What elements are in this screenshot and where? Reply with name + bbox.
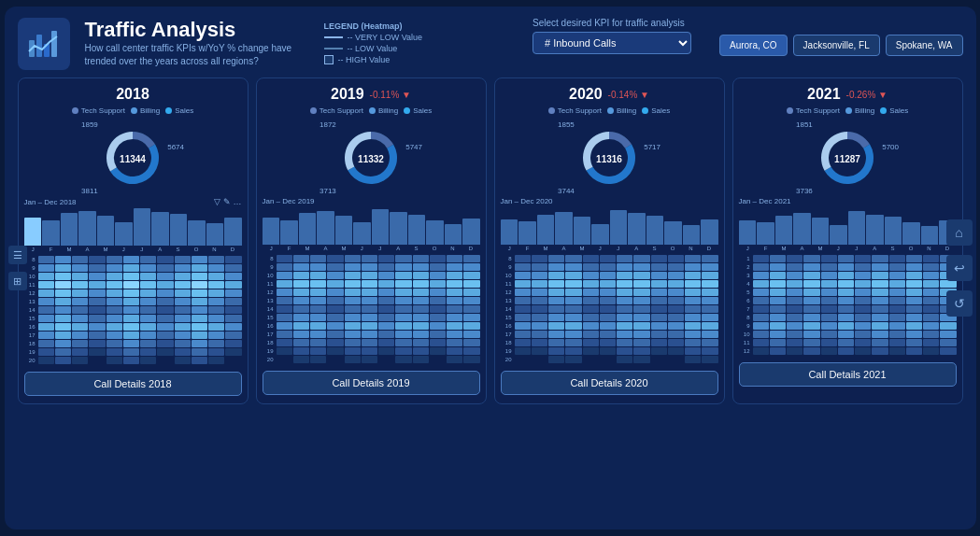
- heatmap-cell[interactable]: [293, 297, 309, 304]
- heatmap-cell[interactable]: [633, 272, 649, 279]
- bar-icon[interactable]: ✎: [223, 197, 231, 206]
- heatmap-cell[interactable]: [55, 289, 71, 297]
- heatmap-cell[interactable]: [123, 306, 139, 314]
- heatmap-cell[interactable]: [192, 331, 207, 339]
- heatmap-cell[interactable]: [327, 305, 343, 313]
- heatmap-cell[interactable]: [72, 331, 88, 339]
- heatmap-cell[interactable]: [668, 272, 684, 279]
- heatmap-cell[interactable]: [175, 357, 191, 364]
- heatmap-cell[interactable]: [107, 348, 122, 356]
- heatmap-cell[interactable]: [225, 315, 241, 322]
- heatmap-cell[interactable]: [821, 272, 837, 279]
- heatmap-cell[interactable]: [395, 339, 411, 346]
- heatmap-cell[interactable]: [753, 339, 769, 346]
- heatmap-cell[interactable]: [310, 255, 326, 262]
- heatmap-cell[interactable]: [362, 322, 377, 330]
- heatmap-cell[interactable]: [107, 273, 122, 280]
- heatmap-cell[interactable]: [157, 315, 173, 322]
- heatmap-cell[interactable]: [55, 348, 71, 356]
- heatmap-cell[interactable]: [225, 273, 241, 280]
- heatmap-cell[interactable]: [685, 339, 701, 346]
- heatmap-cell[interactable]: [668, 305, 684, 313]
- heatmap-cell[interactable]: [327, 322, 343, 330]
- heatmap-cell[interactable]: [107, 357, 122, 364]
- heatmap-cell[interactable]: [770, 305, 786, 313]
- heatmap-cell[interactable]: [447, 305, 462, 313]
- heatmap-cell[interactable]: [38, 357, 54, 364]
- heatmap-cell[interactable]: [157, 348, 173, 356]
- heatmap-cell[interactable]: [923, 314, 939, 321]
- heatmap-cell[interactable]: [430, 289, 446, 296]
- heatmap-cell[interactable]: [583, 331, 599, 338]
- heatmap-cell[interactable]: [327, 356, 343, 363]
- heatmap-cell[interactable]: [378, 255, 394, 262]
- heatmap-cell[interactable]: [906, 331, 922, 338]
- heatmap-cell[interactable]: [855, 280, 871, 288]
- heatmap-cell[interactable]: [293, 347, 309, 355]
- heatmap-cell[interactable]: [107, 306, 122, 314]
- heatmap-cell[interactable]: [310, 297, 326, 304]
- heatmap-cell[interactable]: [463, 289, 479, 296]
- heatmap-cell[interactable]: [55, 331, 71, 339]
- heatmap-cell[interactable]: [515, 331, 531, 338]
- heatmap-cell[interactable]: [447, 272, 462, 279]
- heatmap-cell[interactable]: [89, 315, 105, 322]
- heatmap-cell[interactable]: [310, 280, 326, 288]
- heatmap-cell[interactable]: [447, 314, 462, 321]
- heatmap-cell[interactable]: [889, 280, 905, 288]
- heatmap-cell[interactable]: [633, 289, 649, 296]
- heatmap-cell[interactable]: [617, 322, 632, 330]
- heatmap-cell[interactable]: [532, 255, 547, 262]
- heatmap-cell[interactable]: [140, 256, 156, 263]
- heatmap-cell[interactable]: [685, 297, 701, 304]
- heatmap-cell[interactable]: [378, 322, 394, 330]
- heatmap-cell[interactable]: [906, 347, 922, 355]
- heatmap-cell[interactable]: [821, 255, 837, 262]
- heatmap-cell[interactable]: [787, 280, 802, 288]
- heatmap-cell[interactable]: [430, 314, 446, 321]
- heatmap-cell[interactable]: [600, 305, 616, 313]
- heatmap-cell[interactable]: [515, 314, 531, 321]
- heatmap-cell[interactable]: [633, 255, 649, 262]
- heatmap-cell[interactable]: [395, 263, 411, 271]
- heatmap-cell[interactable]: [906, 255, 922, 262]
- heatmap-cell[interactable]: [430, 280, 446, 288]
- heatmap-cell[interactable]: [157, 289, 173, 297]
- heatmap-cell[interactable]: [175, 340, 191, 347]
- call-btn-2020[interactable]: Call Details 2020: [501, 371, 718, 395]
- heatmap-cell[interactable]: [72, 315, 88, 322]
- heatmap-cell[interactable]: [362, 339, 377, 346]
- bar[interactable]: [574, 217, 591, 245]
- heatmap-cell[interactable]: [310, 322, 326, 330]
- heatmap-cell[interactable]: [838, 255, 854, 262]
- bar[interactable]: [885, 217, 902, 245]
- heatmap-cell[interactable]: [123, 348, 139, 356]
- heatmap-cell[interactable]: [345, 280, 361, 288]
- heatmap-cell[interactable]: [140, 340, 156, 347]
- heatmap-cell[interactable]: [72, 357, 88, 364]
- heatmap-cell[interactable]: [548, 356, 564, 363]
- heatmap-cell[interactable]: [515, 339, 531, 346]
- heatmap-cell[interactable]: [140, 273, 156, 280]
- heatmap-cell[interactable]: [463, 272, 479, 279]
- heatmap-cell[interactable]: [38, 315, 54, 322]
- heatmap-cell[interactable]: [821, 289, 837, 296]
- heatmap-cell[interactable]: [821, 297, 837, 304]
- back-icon[interactable]: ↩: [946, 255, 973, 281]
- heatmap-cell[interactable]: [345, 255, 361, 262]
- heatmap-cell[interactable]: [463, 255, 479, 262]
- bar[interactable]: [866, 215, 884, 246]
- heatmap-cell[interactable]: [123, 264, 139, 272]
- heatmap-cell[interactable]: [651, 331, 667, 338]
- heatmap-cell[interactable]: [89, 340, 105, 347]
- heatmap-cell[interactable]: [855, 339, 871, 346]
- heatmap-cell[interactable]: [395, 289, 411, 296]
- heatmap-cell[interactable]: [617, 272, 632, 279]
- heatmap-cell[interactable]: [89, 298, 105, 305]
- heatmap-cell[interactable]: [140, 281, 156, 289]
- heatmap-cell[interactable]: [55, 264, 71, 272]
- heatmap-cell[interactable]: [548, 263, 564, 271]
- heatmap-cell[interactable]: [310, 289, 326, 296]
- heatmap-cell[interactable]: [107, 331, 122, 339]
- heatmap-cell[interactable]: [208, 340, 224, 347]
